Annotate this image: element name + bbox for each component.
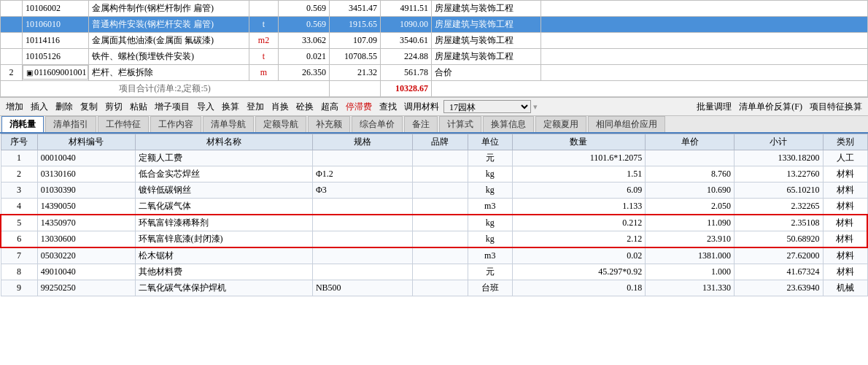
cell-unit: m3 [468, 247, 512, 264]
cell-matname: 镀锌低碳钢丝 [135, 182, 312, 199]
header-quantity: 数量 [512, 134, 646, 150]
cell-quantity: 2.12 [512, 231, 646, 248]
table-row[interactable]: 9 99250250 二氧化碳气体保护焊机 NB500 台班 0.18 131.… [1, 280, 867, 296]
btn-feature-convert[interactable]: 项目特征换算 [807, 100, 865, 114]
cell-subtotal: 2.32265 [734, 199, 823, 215]
cell-subtotal: 27.62000 [734, 247, 823, 264]
toolbar-right: 批量调理 清单单价反算(F) 项目特征换算 [694, 100, 865, 114]
expand-icon[interactable]: ▣ [26, 69, 33, 77]
table-row[interactable]: 10105126 铁件、螺栓(预埋铁件安装) t 0.021 10708.55 … [1, 49, 868, 65]
btn-use-material[interactable]: 调用材料 [401, 100, 442, 114]
table-row[interactable]: 10114116 金属面其他油漆(金属面 氟碳漆) m2 33.062 107.… [1, 33, 868, 49]
header-subtotal: 小计 [734, 134, 823, 150]
cell-unitprice: 2.050 [646, 199, 735, 215]
cell-spec: Φ1.2 [312, 166, 412, 182]
row-cat: 房屋建筑与装饰工程 [432, 1, 541, 17]
row-name: 栏杆、栏板拆除 [89, 65, 249, 81]
cell-spec [312, 231, 412, 248]
cell-quantity: 0.18 [512, 280, 646, 296]
btn-batch-adjust[interactable]: 批量调理 [694, 100, 735, 114]
tab-list-nav[interactable]: 清单导航 [203, 116, 254, 132]
btn-copy[interactable]: 复制 [77, 100, 101, 114]
btn-search[interactable]: 查找 [376, 100, 400, 114]
subtotal-label: 项目合计(清单:2,定额:5) [1, 81, 330, 97]
cell-brand [412, 264, 468, 280]
cell-seq: 7 [1, 247, 37, 264]
project-type-dropdown[interactable]: 17园林 [443, 100, 531, 113]
btn-cut[interactable]: 剪切 [102, 100, 125, 114]
row-code: 10106002 [23, 1, 89, 17]
row-code: ▣011609001001 [23, 65, 88, 80]
btn-dengadd[interactable]: 登加 [244, 100, 267, 114]
tab-quota-reuse[interactable]: 定额夏用 [535, 116, 586, 132]
table-row[interactable]: 3 01030390 镀锌低碳钢丝 Φ3 kg 6.09 10.690 65.1… [1, 182, 867, 199]
table-row[interactable]: 8 49010040 其他材料费 元 45.297*0.92 1.000 41.… [1, 264, 867, 280]
cell-type: 材料 [823, 264, 867, 280]
tab-guide[interactable]: 清单指引 [45, 116, 96, 132]
cell-unit: 元 [468, 264, 512, 280]
tab-work-feature[interactable]: 工作特征 [98, 116, 149, 132]
cell-spec: Φ3 [312, 182, 412, 199]
cell-unitprice: 11.090 [646, 215, 735, 231]
row-code: 10114116 [23, 33, 89, 49]
btn-chaogao[interactable]: 超高 [318, 100, 341, 114]
tab-quota-nav[interactable]: 定额导航 [255, 116, 306, 132]
table-row[interactable]: 10106002 金属构件制作(钢栏杆制作 扁管) 0.569 3451.47 … [1, 1, 868, 17]
cell-unitprice: 1.000 [646, 264, 735, 280]
cell-seq: 5 [1, 215, 37, 231]
tab-supplement[interactable]: 补充额 [308, 116, 350, 132]
table-row[interactable]: 4 14390050 二氧化碳气体 m3 1.133 2.050 2.32265… [1, 199, 867, 215]
btn-convert[interactable]: 换算 [219, 100, 242, 114]
cell-matname: 环氧富锌底漆(封闭漆) [135, 231, 312, 248]
row-name: 金属构件制作(钢栏杆制作 扁管) [89, 1, 249, 17]
cell-quantity: 1.51 [512, 166, 646, 182]
cell-type: 材料 [823, 182, 867, 199]
cell-quantity: 6.09 [512, 182, 646, 199]
btn-tonghuan[interactable]: 砼换 [293, 100, 317, 114]
btn-import[interactable]: 导入 [194, 100, 217, 114]
row-total: 1090.00 [381, 17, 432, 33]
table-row[interactable]: 1 00010040 定额人工费 元 1101.6*1.2075 1330.18… [1, 150, 867, 166]
header-brand: 品牌 [412, 134, 468, 150]
cell-unitprice [646, 150, 735, 166]
btn-xiaohuan[interactable]: 肖换 [268, 100, 292, 114]
cell-unitprice: 1381.000 [646, 247, 735, 264]
header-matcode: 材料编号 [37, 134, 135, 150]
row-total: 224.88 [381, 49, 432, 65]
btn-add[interactable]: 增加 [3, 100, 26, 114]
table-row-outlined-6[interactable]: 6 13030600 环氧富锌底漆(封闭漆) kg 2.12 23.910 50… [1, 231, 867, 248]
cell-type: 人工 [823, 150, 867, 166]
row-cat: 合价 [432, 65, 541, 81]
btn-add-child[interactable]: 增子项目 [152, 100, 193, 114]
table-row[interactable]: 2 03130160 低合金实芯焊丝 Φ1.2 kg 1.51 8.760 13… [1, 166, 867, 182]
cell-subtotal: 13.22760 [734, 166, 823, 182]
tab-remarks[interactable]: 备注 [404, 116, 438, 132]
cell-quantity: 1101.6*1.2075 [512, 150, 646, 166]
btn-delete[interactable]: 删除 [53, 100, 76, 114]
btn-paste[interactable]: 粘贴 [127, 100, 150, 114]
btn-price-reverse[interactable]: 清单单价反算(F) [736, 100, 805, 114]
cell-matcode: 03130160 [37, 166, 135, 182]
tab-same-price[interactable]: 相同单组价应用 [588, 116, 665, 132]
cell-unit: kg [468, 215, 512, 231]
row-extra [541, 49, 868, 65]
tab-formula[interactable]: 计算式 [439, 116, 481, 132]
table-row[interactable]: 7 05030220 松木锯材 m3 0.02 1381.000 27.6200… [1, 247, 867, 264]
tab-convert-info[interactable]: 换算信息 [483, 116, 534, 132]
cell-brand [412, 166, 468, 182]
table-row-outlined-5[interactable]: 5 14350970 环氧富锌漆稀释剂 kg 0.212 11.090 2.35… [1, 215, 867, 231]
tab-work-content[interactable]: 工作内容 [150, 116, 201, 132]
cell-spec [312, 199, 412, 215]
tab-composite-price[interactable]: 综合单价 [352, 116, 403, 132]
cell-matcode: 99250250 [37, 280, 135, 296]
btn-insert[interactable]: 插入 [28, 100, 51, 114]
table-row[interactable]: 2 ▣011609001001 栏杆、栏板拆除 m 26.350 21.32 5… [1, 65, 868, 81]
toolbar-separator: ▾ [533, 102, 538, 112]
cell-spec: NB500 [312, 280, 412, 296]
top-section: 10106002 金属构件制作(钢栏杆制作 扁管) 0.569 3451.47 … [0, 0, 868, 97]
table-row-highlighted[interactable]: 10106010 普通构件安装(钢栏杆安装 扁管) t 0.569 1915.6… [1, 17, 868, 33]
cell-brand [412, 182, 468, 199]
btn-tingzhi[interactable]: 停滞费 [343, 100, 375, 114]
cell-spec [312, 247, 412, 264]
tab-consumption[interactable]: 消耗量 [1, 116, 44, 132]
